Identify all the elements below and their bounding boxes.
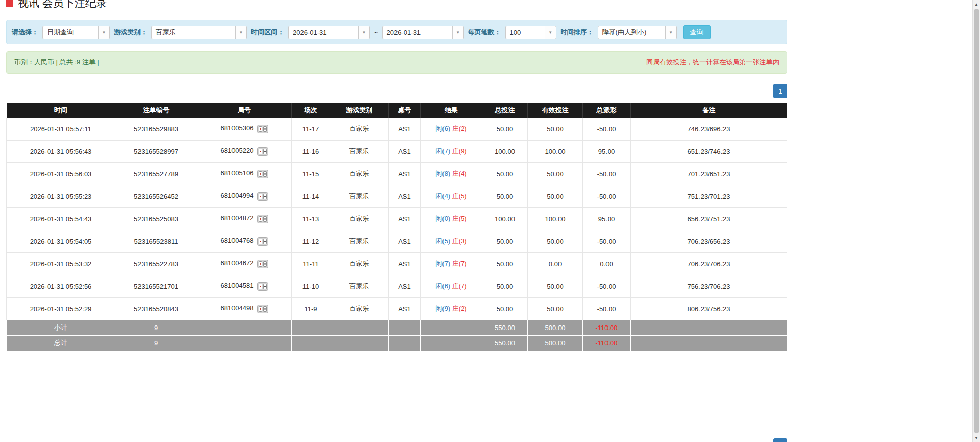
round-cell: 681005306 — [197, 118, 292, 140]
game-cell: 百家乐 — [330, 297, 389, 320]
search-button[interactable]: 查询 — [683, 25, 711, 39]
table-row: 2026-01-31 05:56:03523165527789681005106… — [7, 162, 787, 185]
total-bet-cell[interactable]: 50.00 — [482, 252, 528, 275]
summary-notice: 同局有效投注，统一计算在该局第一张注单内 — [646, 58, 779, 67]
table-row: 2026-01-31 05:54:05523165523811681004768… — [7, 230, 787, 252]
chevron-down-icon[interactable]: ▼ — [358, 26, 369, 39]
date-from-input[interactable]: 2026-01-31 ▼ — [288, 26, 370, 39]
total-bet-cell[interactable]: 50.00 — [482, 162, 528, 185]
result-cell: 闲(5) 庄(3) — [421, 230, 482, 252]
table-row: 2026-01-31 05:53:32523165522783681004672… — [7, 252, 787, 275]
round-number: 681004672 — [220, 259, 253, 267]
chevron-down-icon[interactable]: ▼ — [235, 26, 246, 39]
remark-cell: 706.23/656.23 — [631, 230, 787, 252]
session-cell: 11-14 — [292, 185, 330, 207]
vertical-scrollbar[interactable]: ▲ ▼ — [972, 0, 980, 442]
page-size-dropdown[interactable]: 100 ▼ — [505, 26, 556, 39]
view-cards-icon[interactable] — [257, 215, 268, 223]
query-type-dropdown[interactable]: 日期查询 ▼ — [42, 26, 110, 39]
view-cards-icon[interactable] — [257, 282, 268, 291]
result-cell: 闲(7) 庄(7) — [421, 252, 482, 275]
bet-id-cell: 523165520843 — [115, 297, 197, 320]
column-header-2: 局号 — [197, 103, 292, 118]
session-cell: 11-10 — [292, 275, 330, 297]
bet-id-cell: 523165529883 — [115, 118, 197, 140]
session-cell: 11-12 — [292, 230, 330, 252]
payout-cell: -50.00 — [583, 185, 631, 207]
bet-id-cell: 523165525083 — [115, 207, 197, 230]
payout-cell: -50.00 — [583, 275, 631, 297]
result-cell: 闲(4) 庄(5) — [421, 185, 482, 207]
view-cards-icon[interactable] — [257, 192, 268, 201]
view-cards-icon[interactable] — [257, 125, 268, 133]
player-result: 闲(6) — [435, 125, 450, 132]
remark-cell: 806.23/756.23 — [631, 297, 787, 320]
page-container: 视讯 会员下注纪录 请选择： 日期查询 ▼ 游戏类别： 百家乐 ▼ 时间区间： … — [6, 0, 787, 442]
summary-text: 币别：人民币 | 总共 :9 注单 | — [14, 58, 99, 67]
scrollbar-thumb[interactable] — [974, 9, 979, 433]
player-result: 闲(6) — [435, 282, 450, 290]
game-category-label: 游戏类别： — [114, 28, 147, 37]
view-cards-icon[interactable] — [257, 305, 268, 313]
footer-label-cell: 小计 — [7, 320, 115, 335]
banker-result: 庄(5) — [452, 215, 467, 222]
date-to-input[interactable]: 2026-01-31 ▼ — [382, 26, 464, 39]
time-cell: 2026-01-31 05:54:43 — [7, 207, 115, 230]
valid-bet-cell: 50.00 — [528, 275, 583, 297]
total-bet-cell[interactable]: 50.00 — [482, 185, 528, 207]
round-number: 681004581 — [220, 282, 253, 289]
table-no-cell: AS1 — [389, 297, 421, 320]
game-category-dropdown[interactable]: 百家乐 ▼ — [151, 26, 247, 39]
table-row: 2026-01-31 05:52:56523165521701681004581… — [7, 275, 787, 297]
footer-empty-cell — [389, 335, 421, 351]
chevron-down-icon[interactable]: ▼ — [545, 26, 556, 39]
page-1-button-bottom[interactable]: 1 — [773, 438, 787, 442]
round-number: 681004768 — [220, 237, 253, 244]
table-no-cell: AS1 — [389, 230, 421, 252]
time-sort-dropdown[interactable]: 降幂(由大到小) ▼ — [598, 26, 677, 39]
scroll-down-arrow[interactable]: ▼ — [973, 434, 980, 442]
bet-id-cell: 523165528997 — [115, 140, 197, 162]
total-bet-cell[interactable]: 50.00 — [482, 297, 528, 320]
game-cell: 百家乐 — [330, 185, 389, 207]
remark-cell: 751.23/701.23 — [631, 185, 787, 207]
chevron-down-icon[interactable]: ▼ — [98, 26, 109, 39]
banker-result: 庄(5) — [452, 192, 467, 200]
total-bet-cell[interactable]: 50.00 — [482, 230, 528, 252]
round-number: 681004498 — [220, 304, 253, 312]
chevron-down-icon[interactable]: ▼ — [452, 26, 463, 39]
view-cards-icon[interactable] — [257, 237, 268, 246]
player-result: 闲(4) — [435, 192, 450, 200]
scroll-up-arrow[interactable]: ▲ — [973, 0, 980, 8]
total-bet-cell[interactable]: 50.00 — [482, 275, 528, 297]
view-cards-icon[interactable] — [257, 260, 268, 268]
view-cards-icon[interactable] — [257, 147, 268, 156]
bet-id-cell: 523165521701 — [115, 275, 197, 297]
valid-bet-cell: 50.00 — [528, 118, 583, 140]
round-cell: 681004581 — [197, 275, 292, 297]
round-cell: 681004872 — [197, 207, 292, 230]
view-cards-icon[interactable] — [257, 170, 268, 178]
remark-cell: 706.23/706.23 — [631, 252, 787, 275]
footer-empty-cell — [197, 320, 292, 335]
total-bet-cell[interactable]: 100.00 — [482, 140, 528, 162]
session-cell: 11-11 — [292, 252, 330, 275]
column-header-5: 桌号 — [389, 103, 421, 118]
round-cell: 681005220 — [197, 140, 292, 162]
total-bet-cell[interactable]: 50.00 — [482, 118, 528, 140]
total-bet-cell[interactable]: 100.00 — [482, 207, 528, 230]
remark-cell: 746.23/696.23 — [631, 118, 787, 140]
player-result: 闲(0) — [435, 215, 450, 222]
banker-result: 庄(2) — [452, 125, 467, 132]
session-cell: 11-13 — [292, 207, 330, 230]
chevron-down-icon[interactable]: ▼ — [665, 26, 676, 39]
player-result: 闲(9) — [435, 305, 450, 312]
round-cell: 681004994 — [197, 185, 292, 207]
page-title: 视讯 会员下注纪录 — [18, 0, 107, 10]
page-1-button[interactable]: 1 — [773, 84, 787, 98]
footer-payout-cell: -110.00 — [583, 320, 631, 335]
footer-payout-cell: -110.00 — [583, 335, 631, 351]
player-result: 闲(7) — [435, 260, 450, 267]
bet-id-cell: 523165522783 — [115, 252, 197, 275]
footer-empty-cell — [389, 320, 421, 335]
